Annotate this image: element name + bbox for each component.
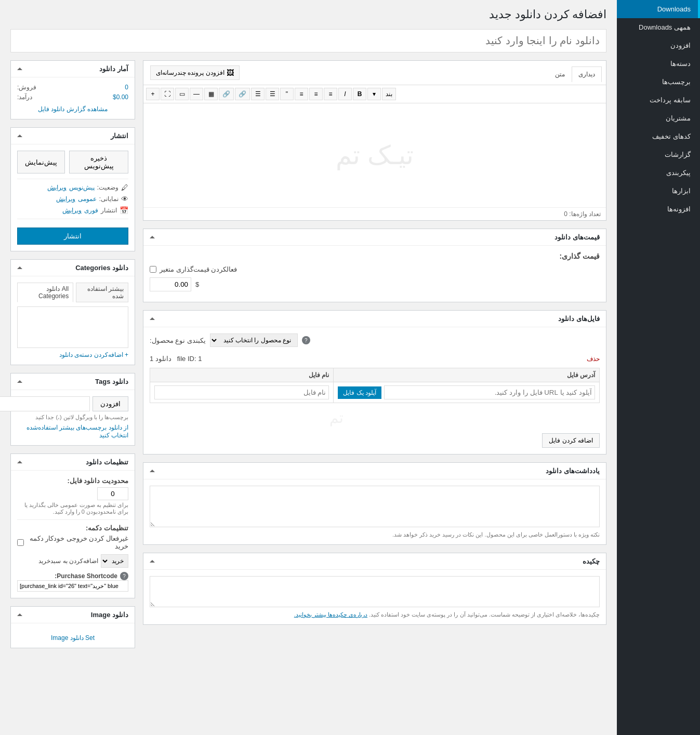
shortcode-info-icon[interactable]: ? xyxy=(120,572,128,580)
sidebar-item-sync[interactable]: پیکربندی xyxy=(617,164,700,182)
cat-tab-popular[interactable]: بیشتر استفاده شده xyxy=(76,283,128,302)
prices-metabox-header[interactable]: قیمت‌های دانلود xyxy=(143,229,606,246)
categories-toggle[interactable] xyxy=(17,266,22,269)
prices-toggle[interactable] xyxy=(150,236,155,238)
price-input[interactable] xyxy=(150,277,191,291)
redirect-select[interactable]: خرید xyxy=(101,554,128,568)
report-link[interactable]: مشاهده گزارش دانلود فایل xyxy=(38,105,108,113)
page-title: افضافه کردن دانلود جدید xyxy=(10,8,606,21)
files-metabox-header[interactable]: فایل‌های دانلود xyxy=(143,311,606,327)
sales-link[interactable]: 0 xyxy=(125,84,128,91)
button-settings-label: تنظیمات دکمه: xyxy=(17,524,128,532)
save-draft-button[interactable]: ذخیره پیش‌نویس xyxy=(69,151,128,173)
excerpt-textarea[interactable] xyxy=(150,576,600,607)
files-toggle[interactable] xyxy=(150,317,155,320)
notes-title: یادداشت‌های دانلود xyxy=(546,467,600,475)
sidebar-item-payment-history[interactable]: سابقه پرداخت xyxy=(617,91,700,109)
excerpt-read-more-link[interactable]: درباره‌ی چکیده‌ها بیشتر بخوانید. xyxy=(294,611,367,618)
notes-toggle[interactable] xyxy=(150,470,155,472)
visibility-edit-link[interactable]: ویرایش xyxy=(56,195,75,203)
sidebar-item-tools[interactable]: ابزارها xyxy=(617,182,700,200)
sidebar-item-categories[interactable]: دسته‌ها xyxy=(617,55,700,73)
toolbar-expand[interactable]: + xyxy=(146,88,160,100)
notes-textarea[interactable] xyxy=(150,486,600,527)
popular-tags-link[interactable]: از دانلود برچسب‌های بیشتر استفاده‌شده ان… xyxy=(27,424,128,439)
sidebar-item-add-new[interactable]: افزودن xyxy=(617,36,700,55)
toolbar-link[interactable]: 🔗 xyxy=(235,88,250,100)
disable-checkout-checkbox[interactable] xyxy=(17,539,24,546)
upload-media-button[interactable]: 🖼 افزودن پرونده چندرسانه‌ای xyxy=(150,65,240,80)
tab-text[interactable]: متن xyxy=(548,66,572,82)
tags-metabox-header[interactable]: دانلود Tags xyxy=(11,373,135,390)
publish-button[interactable]: انتشار xyxy=(17,228,128,245)
toolbar-fullscreen[interactable]: ⛶ xyxy=(161,88,174,100)
sidebar-item-customers[interactable]: مشتریان xyxy=(617,109,700,127)
add-tag-button[interactable]: افزودن xyxy=(93,396,128,411)
sidebar-item-discount-codes[interactable]: کدهای تخفیف xyxy=(617,127,700,145)
redirect-label: اضافه‌کردن به سبدخرید xyxy=(38,557,98,565)
price-label: قیمت گذاری: xyxy=(150,252,600,260)
settings-metabox-header[interactable]: تنظیمات دانلود xyxy=(11,454,135,471)
toolbar-ol[interactable]: ☰ xyxy=(266,88,279,100)
file-name-input[interactable] xyxy=(154,385,329,399)
preview-button[interactable]: پیش‌نمایش xyxy=(17,151,65,173)
toolbar-unlink[interactable]: 🔗 xyxy=(219,88,234,100)
set-image-link[interactable]: Set دانلود Image xyxy=(51,634,95,642)
files-body: ? نوع محصول را انتخاب کنید یکبندی نوع مح… xyxy=(143,327,606,454)
visibility-label: نمایانی: xyxy=(99,195,118,203)
toolbar-align-left[interactable]: ≡ xyxy=(295,88,308,100)
sidebar-item-downloads[interactable]: Downloads xyxy=(617,0,700,18)
file-limit-input[interactable] xyxy=(97,487,128,500)
notes-metabox-header[interactable]: یادداشت‌های دانلود xyxy=(143,463,606,479)
toolbar-italic[interactable]: I xyxy=(338,88,352,100)
toolbar-align-center[interactable]: ≡ xyxy=(309,88,323,100)
image-metabox-header[interactable]: دانلود Image xyxy=(11,607,135,623)
files-title: فایل‌های دانلود xyxy=(558,315,600,323)
product-type-select[interactable]: نوع محصول را انتخاب کنید xyxy=(210,333,298,347)
toolbar-hr[interactable]: — xyxy=(190,88,203,100)
revenue-label: درآمد: xyxy=(17,93,32,101)
delete-file-link[interactable]: حذف xyxy=(587,355,600,363)
settings-toggle[interactable] xyxy=(17,461,22,463)
toolbar-more[interactable]: ▭ xyxy=(175,88,189,100)
editor-body[interactable]: تیـک تم xyxy=(143,103,606,207)
toolbar-align-right[interactable]: ≡ xyxy=(324,88,337,100)
excerpt-toggle[interactable] xyxy=(150,560,155,563)
toolbar-blockquote[interactable]: " xyxy=(280,88,294,100)
sidebar-item-label: گزارشات xyxy=(665,151,691,158)
toolbar-paragraph[interactable]: بند xyxy=(382,88,396,100)
publish-toggle[interactable] xyxy=(17,135,22,137)
toolbar-ul[interactable]: ☰ xyxy=(251,88,265,100)
sidebar-item-reports[interactable]: گزارشات xyxy=(617,145,700,164)
info-icon[interactable]: ? xyxy=(302,336,310,344)
cat-tab-all[interactable]: All دانلود Categories xyxy=(17,283,73,302)
stats-toggle[interactable] xyxy=(17,68,22,70)
excerpt-metabox-header[interactable]: چکیده xyxy=(143,553,606,570)
add-category-link[interactable]: + اضافه‌کردن دسته‌ی دانلود xyxy=(59,351,128,358)
categories-metabox-header[interactable]: دانلود Categories xyxy=(11,260,135,276)
file-url-input[interactable] xyxy=(384,385,595,399)
upload-file-button[interactable]: آپلود یک فایل xyxy=(338,386,381,399)
visibility-value: عمومی xyxy=(78,195,97,203)
publish-date-edit-link[interactable]: ویرایش xyxy=(62,207,82,214)
publish-metabox-header[interactable]: انتشار xyxy=(11,128,135,144)
sidebar-item-downloads-home[interactable]: همهی Downloads xyxy=(617,18,700,36)
categories-list[interactable] xyxy=(17,306,128,348)
stats-metabox-header[interactable]: آمار دانلود xyxy=(11,61,135,77)
download-title-input[interactable] xyxy=(10,29,606,52)
variable-price-checkbox[interactable] xyxy=(150,266,156,273)
toolbar-bold[interactable]: B xyxy=(353,88,366,100)
shortcode-input[interactable] xyxy=(17,580,128,592)
add-file-button[interactable]: اضافه کردن فایل xyxy=(542,433,600,448)
sidebar-item-extensions[interactable]: افزونه‌ها xyxy=(617,200,700,218)
tab-visual[interactable]: دیداری xyxy=(572,66,602,82)
sidebar-item-label: همهی Downloads xyxy=(639,23,691,31)
toolbar-table[interactable]: ▦ xyxy=(204,88,218,100)
image-toggle[interactable] xyxy=(17,613,22,616)
sidebar-item-tags[interactable]: برچسب‌ها xyxy=(617,73,700,91)
report-link-row: مشاهده گزارش دانلود فایل xyxy=(17,105,128,113)
tag-input[interactable] xyxy=(0,396,90,411)
status-edit-link[interactable]: ویرایش xyxy=(47,184,67,191)
tags-toggle[interactable] xyxy=(17,380,22,383)
toolbar-dropdown[interactable]: ▾ xyxy=(367,88,381,100)
